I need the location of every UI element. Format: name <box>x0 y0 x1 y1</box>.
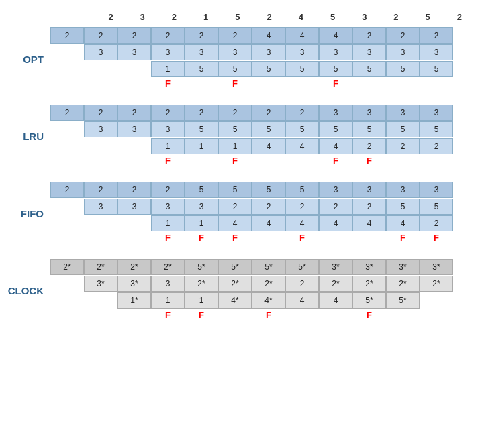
grid-row-1: 3*3*32*2*2*22*2*2*2* <box>50 276 475 292</box>
cell-3-2-3: 1 <box>151 292 185 309</box>
cell-0-1-2: 3 <box>117 44 151 60</box>
cell-3-0-0: 2* <box>50 259 84 275</box>
cell-3-0-5: 5* <box>218 259 252 275</box>
cell-2-2-10: 4 <box>386 215 420 231</box>
fault-row-lru: FFFF <box>50 155 475 167</box>
cell-0-1-7: 3 <box>285 44 319 60</box>
cell-3-0-3: 2* <box>151 259 185 275</box>
cell-2-2-6: 4 <box>252 215 285 231</box>
cell-0-2-4: 5 <box>185 61 218 77</box>
cell-2-2-9: 4 <box>352 215 386 231</box>
cell-3-0-8: 3* <box>319 259 352 275</box>
fault-cell-2 <box>117 78 151 90</box>
header-col-2: 2 <box>158 12 190 22</box>
header-col-9: 2 <box>380 12 412 22</box>
cell-1-2-5: 1 <box>218 138 252 154</box>
fault-cell-9 <box>352 232 386 244</box>
cell-0-2-1 <box>84 61 117 77</box>
cell-2-1-5: 2 <box>218 199 252 215</box>
algo-label-opt: OPT <box>7 54 50 65</box>
cell-1-1-5: 5 <box>218 121 252 137</box>
algo-label-lru: LRU <box>7 131 50 142</box>
cell-0-1-0 <box>50 44 84 60</box>
fault-cell-10 <box>386 78 420 90</box>
cell-3-1-1: 3* <box>84 276 117 292</box>
header-col-0: 2 <box>95 12 126 22</box>
fault-cell-6 <box>252 155 285 167</box>
algo-block-lru: LRU22222222333333355555555111444222FFFF <box>7 105 475 168</box>
fault-cell-9 <box>352 78 386 90</box>
cell-3-1-8: 2* <box>319 276 352 292</box>
fault-row-opt: FFF <box>50 78 475 90</box>
cell-2-2-2 <box>117 215 151 231</box>
cell-2-1-10: 5 <box>386 199 420 215</box>
fault-cell-0 <box>50 78 84 90</box>
cell-0-1-4: 3 <box>185 44 218 60</box>
fault-cell-8 <box>319 232 352 244</box>
algo-grid-opt: 22222244422233333333333155555555FFF <box>50 27 475 90</box>
cell-1-2-0 <box>50 138 84 154</box>
cell-0-2-7: 5 <box>285 61 319 77</box>
cell-3-0-6: 5* <box>252 259 285 275</box>
fault-cell-6 <box>252 78 285 90</box>
cell-1-0-11: 3 <box>420 105 453 121</box>
fault-cell-5 <box>218 309 252 321</box>
fault-cell-1 <box>84 309 117 321</box>
fault-cell-2 <box>117 309 151 321</box>
cell-3-1-3: 3 <box>151 276 185 292</box>
cell-0-1-1: 3 <box>84 44 117 60</box>
fault-cell-5: F <box>218 232 252 244</box>
fault-cell-1 <box>84 78 117 90</box>
cell-0-0-9: 2 <box>352 27 386 44</box>
cell-2-1-1: 3 <box>84 199 117 215</box>
cell-3-2-0 <box>50 292 84 309</box>
cell-0-2-3: 1 <box>151 61 185 77</box>
fault-cell-8: F <box>319 78 352 90</box>
fault-cell-5: F <box>218 155 252 167</box>
fault-cell-8 <box>319 309 352 321</box>
cell-1-0-7: 2 <box>285 105 319 121</box>
cell-2-2-1 <box>84 215 117 231</box>
fault-cell-11 <box>420 155 453 167</box>
header-col-10: 5 <box>412 12 444 22</box>
cell-0-0-4: 2 <box>185 27 218 44</box>
cell-1-2-6: 4 <box>252 138 285 154</box>
cell-3-2-10: 5* <box>386 292 420 309</box>
fault-cell-2 <box>117 232 151 244</box>
fault-cell-7 <box>285 155 319 167</box>
cell-1-2-1 <box>84 138 117 154</box>
grid-row-1: 33355555555 <box>50 121 475 137</box>
cell-2-1-11: 5 <box>420 199 453 215</box>
cell-3-2-7: 4 <box>285 292 319 309</box>
cell-2-0-9: 3 <box>352 182 386 198</box>
fault-cell-9: F <box>352 309 386 321</box>
fault-cell-4 <box>185 78 218 90</box>
grid-row-2: 155555555 <box>50 61 475 77</box>
cell-2-0-7: 5 <box>285 182 319 198</box>
cell-1-1-3: 3 <box>151 121 185 137</box>
cell-2-1-0 <box>50 199 84 215</box>
cell-2-2-8: 4 <box>319 215 352 231</box>
fault-cell-11 <box>420 309 453 321</box>
cell-1-2-7: 4 <box>285 138 319 154</box>
cell-2-2-0 <box>50 215 84 231</box>
cell-0-2-8: 5 <box>319 61 352 77</box>
cell-3-2-2: 1* <box>117 292 151 309</box>
header-row: 232152453252 <box>54 12 475 22</box>
cell-2-0-4: 5 <box>185 182 218 198</box>
content-area: 232152453252OPT2222224442223333333333315… <box>7 12 475 323</box>
cell-1-1-4: 5 <box>185 121 218 137</box>
cell-1-1-6: 5 <box>252 121 285 137</box>
cell-3-2-9: 5* <box>352 292 386 309</box>
header-col-8: 3 <box>348 12 380 22</box>
fault-cell-3: F <box>151 78 185 90</box>
cell-0-0-6: 4 <box>252 27 285 44</box>
fault-cell-10: F <box>386 232 420 244</box>
cell-3-2-1 <box>84 292 117 309</box>
cell-0-1-11: 3 <box>420 44 453 60</box>
cell-0-2-10: 5 <box>386 61 420 77</box>
cell-1-1-8: 5 <box>319 121 352 137</box>
fault-cell-0 <box>50 155 84 167</box>
cell-1-0-10: 3 <box>386 105 420 121</box>
cell-0-2-0 <box>50 61 84 77</box>
